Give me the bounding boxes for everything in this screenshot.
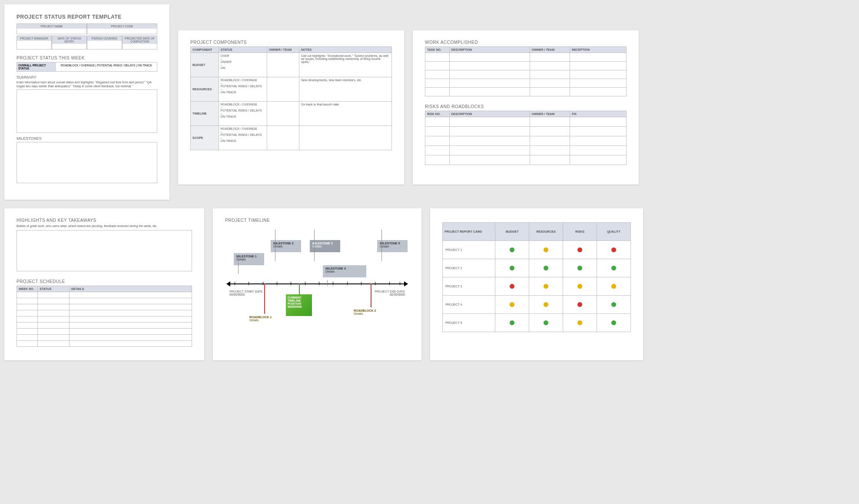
table-row — [425, 79, 627, 88]
status-dot — [510, 266, 514, 270]
status-dot — [577, 247, 582, 252]
page-report-card: PROJECT REPORT CARD BUDGET RESOURCES RIS… — [430, 208, 643, 360]
risks-table: RISK NO. DESCRIPTION OWNER / TEAM FIX — [425, 111, 627, 165]
budget-status: OVER – UNDER – ON — [219, 53, 267, 77]
table-row — [17, 310, 192, 316]
table-row — [17, 316, 192, 322]
components-table: COMPONENT STATUS OWNER / TEAM NOTES BUDG… — [190, 46, 392, 150]
table-row — [425, 70, 627, 79]
highlights-title: HIGHLIGHTS AND KEY TAKEAWAYS — [17, 218, 192, 223]
milestone-1: MILESTONE 1 Details — [234, 253, 264, 265]
timeline-owner — [267, 102, 299, 126]
overall-status-options: ROADBLOCK / OVERAGE | POTENTIAL RISKS / … — [56, 63, 157, 71]
current-position-line — [299, 283, 300, 294]
table-row — [17, 292, 192, 298]
page-work-risks: WORK ACCOMPLISHED TASK NO. DESCRIPTION O… — [413, 30, 639, 184]
rc-col-quality: QUALITY — [597, 223, 631, 241]
status-dot — [510, 284, 514, 289]
status-dot — [510, 320, 514, 325]
roadblock-2-name: ROADBLOCK 2 — [354, 309, 376, 312]
table-row — [425, 127, 627, 136]
risks-col-no: RISK NO. — [425, 111, 450, 117]
milestone-3: MILESTONE 3 Details — [310, 240, 340, 252]
row-scope: SCOPE ROADBLOCK / OVERAGE – POTENTIAL RI… — [191, 126, 392, 150]
project-code-label: PROJECT CODE — [87, 24, 157, 29]
table-row — [17, 322, 192, 328]
overall-status-label: OVERALL PROJECT STATUS — [17, 63, 56, 71]
project-name-label: PROJECT NAME — [17, 24, 86, 29]
table-row — [17, 334, 192, 340]
rc-row-5-name: PROJECT 5 — [443, 314, 495, 332]
scope-owner — [267, 126, 299, 150]
milestone-4-name: MILESTONE 4 — [325, 267, 346, 270]
page-timeline: PROJECT TIMELINE MILESTONE 1 Details MI — [213, 208, 421, 360]
pm-label: PROJECT MANAGER — [17, 36, 51, 41]
status-dot — [577, 266, 582, 270]
table-row — [425, 62, 627, 70]
col-notes: NOTES — [299, 47, 392, 53]
work-title: WORK ACCOMPLISHED — [425, 40, 627, 45]
scope-label: SCOPE — [191, 126, 219, 150]
rc-col-project: PROJECT REPORT CARD — [443, 223, 495, 241]
table-row — [425, 117, 627, 127]
rc-col-budget: BUDGET — [495, 223, 529, 241]
milestone-4-detail: Details — [325, 270, 335, 273]
status-dot — [611, 266, 616, 270]
summary-title: SUMMARY — [17, 75, 157, 79]
milestone-5-name: MILESTONE 5 — [380, 242, 400, 245]
status-dot — [544, 302, 548, 307]
col-owner: OWNER / TEAM — [267, 47, 299, 53]
roadblock-1: ROADBLOCK 1 Details — [247, 314, 282, 342]
resources-status: ROADBLOCK / OVERAGE – POTENTIAL RISKS / … — [219, 77, 267, 102]
rc-row-3: PROJECT 3 — [443, 277, 631, 296]
schedule-title: PROJECT SCHEDULE — [17, 279, 192, 284]
summary-hint: Enter information here about overall sta… — [17, 81, 157, 89]
summary-box — [17, 89, 157, 133]
status-dot — [544, 320, 548, 325]
current-position-flag: CURRENT TIMELINE POSITION 00/00/0000 — [286, 294, 312, 316]
rc-row-2: PROJECT 2 — [443, 259, 631, 277]
sched-col-week: WEEK NO. — [17, 286, 38, 292]
risks-col-owner: OWNER / TEAM — [530, 111, 570, 117]
schedule-table: WEEK NO. STATUS DETAILS — [17, 286, 192, 347]
project-header-row2: PROJECT MANAGER DATE OF STATUS ENTRY PER… — [17, 36, 157, 49]
roadblock-1-name: ROADBLOCK 1 — [249, 316, 272, 319]
roadblock-2-detail: Details — [354, 312, 363, 315]
milestone-3-name: MILESTONE 3 — [312, 242, 333, 245]
status-dot — [544, 266, 548, 270]
projected-label: PROJECTED DATE OF COMPLETION — [123, 36, 157, 44]
rc-row-4: PROJECT 4 — [443, 296, 631, 314]
table-row — [17, 304, 192, 310]
rc-row-1-name: PROJECT 1 — [443, 241, 495, 259]
highlights-hint: Bullets of great work, who owns what, wh… — [17, 224, 192, 228]
rc-row-3-name: PROJECT 3 — [443, 277, 495, 296]
status-dot — [544, 284, 548, 289]
table-row — [425, 136, 627, 146]
project-header-row1: PROJECT NAME PROJECT CODE — [17, 23, 157, 34]
table-row — [425, 146, 627, 155]
col-component: COMPONENT — [191, 47, 219, 53]
budget-label: BUDGET — [191, 53, 219, 77]
timeline-label: TIMELINE — [191, 102, 219, 126]
rc-col-resources: RESOURCES — [529, 223, 563, 241]
roadblock-2-line — [371, 283, 371, 307]
work-col-reception: RECEPTION — [570, 47, 627, 53]
milestone-2-name: MILESTONE 2 — [273, 242, 294, 245]
status-dot — [611, 302, 616, 307]
scope-status: ROADBLOCK / OVERAGE – POTENTIAL RISKS / … — [219, 126, 267, 150]
timeline-start: PROJECT START DATE00/00/0000 — [229, 290, 263, 296]
table-row — [17, 340, 192, 346]
report-card-table: PROJECT REPORT CARD BUDGET RESOURCES RIS… — [442, 222, 631, 332]
rc-row-5: PROJECT 5 — [443, 314, 631, 332]
status-dot — [577, 302, 582, 307]
status-dot — [611, 320, 616, 325]
milestones-box — [17, 142, 157, 183]
table-row — [425, 155, 627, 165]
page-project-components: PROJECT COMPONENTS COMPONENT STATUS OWNE… — [178, 30, 404, 184]
status-dot — [544, 247, 548, 252]
milestone-2: MILESTONE 2 Details — [271, 240, 301, 252]
status-dot — [510, 247, 514, 252]
timeline-canvas: MILESTONE 1 Details MILESTONE 2 Details … — [225, 227, 409, 349]
work-col-desc: DESCRIPTION — [449, 47, 530, 53]
status-dot — [611, 284, 616, 289]
